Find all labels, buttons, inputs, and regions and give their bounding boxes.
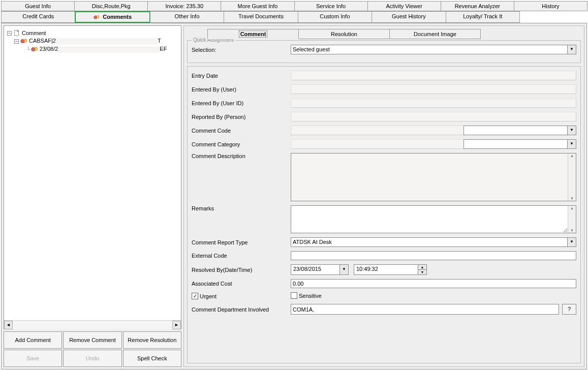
sensitive-label: Sensitive — [299, 293, 322, 299]
spell-check-button[interactable]: Spell Check — [123, 350, 181, 367]
comment-report-type-label: Comment Report Type — [192, 239, 291, 245]
tab-more-guest-info[interactable]: More Guest Info — [221, 1, 294, 11]
comment-category-label: Comment Category — [192, 141, 291, 147]
tab-invoice[interactable]: Invoice: 235.30 — [147, 1, 221, 11]
tree-node-1-text: CABSAF|2T — [29, 38, 161, 45]
textarea-scrollbar[interactable]: ▲▼ — [568, 153, 576, 201]
tree-collapse-icon[interactable]: − — [7, 31, 12, 36]
resolved-by-time-spinner[interactable]: 10:49:32 ▲▼ — [354, 264, 427, 275]
scroll-down-icon[interactable]: ▼ — [570, 196, 574, 201]
department-input[interactable] — [291, 304, 559, 315]
chevron-down-icon[interactable]: ▼ — [567, 45, 576, 54]
spin-down-icon[interactable]: ▼ — [418, 270, 426, 274]
reported-by-label: Reported By (Person) — [192, 114, 291, 120]
comments-icon — [94, 14, 100, 20]
comment-code-label: Comment Code — [192, 128, 291, 134]
scroll-down-icon[interactable]: ▼ — [570, 228, 574, 233]
remarks-label: Remarks — [192, 205, 291, 211]
tab-service-info[interactable]: Service Info — [294, 1, 368, 11]
resolved-by-date-picker[interactable]: 23/08/2015 ▼ — [291, 264, 349, 275]
comment-category-display — [291, 139, 463, 149]
tree-node-2[interactable]: └ 23/08/2EF — [7, 45, 178, 53]
tab-comments-label: Comments — [103, 14, 132, 20]
comment-tree[interactable]: − Comment − CABSAF|2T — [4, 26, 181, 320]
sensitive-checkbox[interactable]: Sensitive — [291, 292, 322, 299]
chevron-down-icon[interactable]: ▼ — [567, 238, 576, 246]
chevron-down-icon[interactable]: ▼ — [339, 265, 348, 274]
department-help-button[interactable]: ? — [562, 304, 576, 315]
left-panel: − Comment − CABSAF|2T — [4, 25, 181, 367]
associated-cost-input[interactable] — [291, 279, 576, 288]
tab-comments[interactable]: Comments — [75, 11, 150, 23]
remove-resolution-button[interactable]: Remove Resolution — [123, 331, 181, 349]
subtab-resolution[interactable]: Resolution — [298, 29, 390, 39]
tab-other-info[interactable]: Other Info — [150, 11, 224, 23]
external-code-input[interactable] — [291, 251, 576, 260]
save-button: Save — [4, 350, 62, 367]
entered-by-user-label: Entered By (User) — [192, 86, 291, 92]
scroll-track[interactable] — [13, 321, 172, 329]
chevron-down-icon[interactable]: ▼ — [567, 126, 576, 135]
quick-assignment-group: Quick Assignment Selection: Selected gue… — [187, 40, 581, 63]
tab-custom-info[interactable]: Custom Info — [298, 11, 372, 23]
resolved-by-time-value: 10:49:32 — [354, 265, 418, 274]
associated-cost-label: Associated Cost — [192, 281, 291, 287]
scroll-right-icon[interactable]: ► — [172, 321, 181, 329]
action-buttons: Add Comment Remove Comment Remove Resolu… — [4, 331, 181, 367]
external-code-label: External Code — [192, 253, 291, 259]
tab-guest-history[interactable]: Guest History — [372, 11, 446, 23]
chevron-down-icon[interactable]: ▼ — [567, 140, 576, 148]
scroll-up-icon[interactable]: ▲ — [570, 153, 574, 158]
textarea-scrollbar[interactable]: ▲▼ — [568, 206, 576, 233]
tree-node-1[interactable]: − CABSAF|2T — [7, 37, 178, 45]
spin-up-icon[interactable]: ▲ — [418, 265, 426, 270]
entry-date-label: Entry Date — [192, 73, 291, 79]
tab-activity-viewer[interactable]: Activity Viewer — [367, 1, 441, 11]
comment-form: Entry Date Entered By (User) Entered By … — [187, 66, 581, 363]
checkbox-checked-icon: ✓ — [192, 293, 198, 299]
tab-credit-cards[interactable]: Credit Cards — [1, 11, 75, 23]
scroll-left-icon[interactable]: ◄ — [4, 321, 13, 329]
comment-code-dropdown[interactable]: ▼ — [463, 126, 576, 135]
urgent-checkbox[interactable]: ✓ Urgent — [192, 293, 216, 299]
subtab-comment-label: Comment — [239, 30, 268, 38]
remarks-textarea[interactable] — [291, 206, 568, 233]
tab-disc-route-pkg[interactable]: Disc,Route,Pkg — [74, 1, 148, 11]
tab-guest-info[interactable]: Guest Info — [1, 1, 75, 11]
comment-category-dropdown[interactable]: ▼ — [463, 139, 576, 149]
subtab-comment[interactable]: Comment — [207, 29, 299, 39]
svg-point-3 — [32, 48, 35, 51]
tree-node-2-text: 23/08/2EF — [40, 46, 167, 53]
entered-by-userid-label: Entered By (User ID) — [192, 100, 291, 106]
remove-comment-button[interactable]: Remove Comment — [63, 331, 121, 349]
selection-label: Selection: — [192, 47, 291, 53]
subtab-document-image[interactable]: Document Image — [389, 29, 481, 39]
reported-by-field — [291, 112, 576, 121]
department-label: Comment Department Involved — [192, 306, 291, 313]
entered-by-user-field — [291, 84, 576, 94]
tree-hscrollbar[interactable]: ◄ ► — [4, 320, 181, 329]
entry-date-field — [291, 71, 576, 80]
tab-loyalty-track-it[interactable]: Loyalty/ Track It — [446, 11, 520, 23]
selection-value: Selected guest — [291, 45, 567, 54]
tree-collapse-icon[interactable]: − — [14, 39, 19, 44]
comment-description-field[interactable]: ▲▼ — [291, 153, 576, 201]
tree-root[interactable]: − Comment — [7, 29, 178, 37]
resolved-by-label: Resolved By(Date/Time) — [192, 267, 291, 273]
tab-history[interactable]: History — [514, 1, 587, 11]
scroll-up-icon[interactable]: ▲ — [570, 206, 574, 210]
svg-point-2 — [21, 40, 24, 43]
tree-root-label: Comment — [22, 30, 46, 36]
urgent-label: Urgent — [200, 293, 216, 299]
selection-dropdown[interactable]: Selected guest ▼ — [291, 45, 576, 54]
tree-connector-icon: └ — [26, 46, 30, 53]
comment-node-icon — [20, 38, 27, 45]
top-tabs-row-1: Guest Info Disc,Route,Pkg Invoice: 235.3… — [1, 1, 587, 11]
tab-revenue-analyzer[interactable]: Revenue Analyzer — [441, 1, 514, 11]
tab-travel-documents[interactable]: Travel Documents — [224, 11, 298, 23]
add-comment-button[interactable]: Add Comment — [4, 331, 62, 349]
remarks-field[interactable]: ▲▼ — [291, 205, 576, 233]
svg-point-0 — [94, 16, 97, 19]
comment-leaf-icon — [31, 46, 38, 53]
comment-report-type-dropdown[interactable]: ATDSK At Desk ▼ — [291, 237, 576, 247]
